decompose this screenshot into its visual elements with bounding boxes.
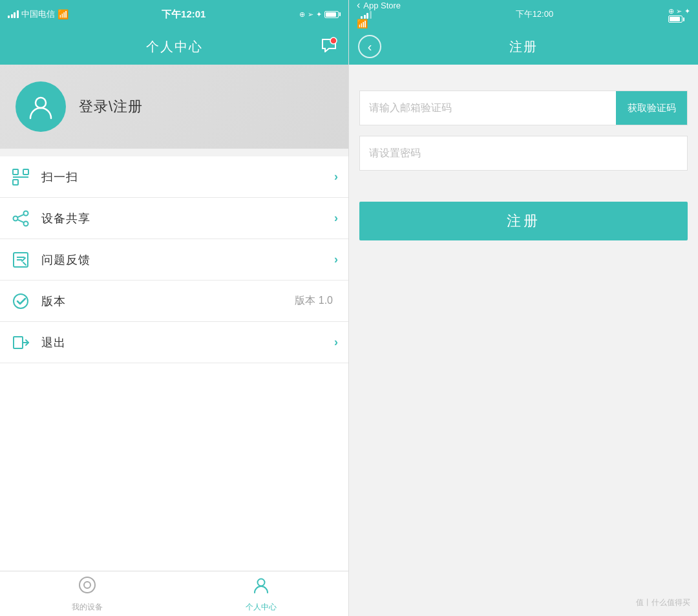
menu-item-logout[interactable]: 退出 ›: [0, 322, 348, 363]
password-input[interactable]: [360, 136, 687, 170]
right-phone: ‹ App Store 📶 下午12:00 ⊕ ➢ ✦ ‹: [349, 0, 698, 616]
left-phone: 中国电信 📶 下午12:01 ⊕ ➢ ✦ 个人中心: [0, 0, 349, 616]
share-chevron: ›: [334, 211, 338, 225]
devices-tab-icon: [78, 575, 97, 599]
svg-point-0: [330, 37, 337, 44]
feedback-icon: [8, 251, 34, 269]
svg-point-18: [79, 577, 95, 593]
share-icon: [8, 209, 34, 228]
register-page: 获取验证码 注册 值丨什么值得买: [349, 65, 698, 616]
svg-point-8: [24, 221, 28, 226]
carrier-label: 中国电信: [21, 8, 55, 20]
logout-chevron: ›: [334, 335, 338, 349]
bluetooth-icon: ✦: [316, 10, 322, 19]
share-label: 设备共享: [41, 211, 334, 226]
avatar: [16, 81, 66, 132]
version-value: 版本 1.0: [295, 294, 333, 308]
svg-point-1: [36, 98, 46, 108]
right-bluetooth-icon: ✦: [684, 7, 690, 15]
left-status-bar: 中国电信 📶 下午12:01 ⊕ ➢ ✦: [0, 0, 348, 28]
svg-rect-3: [23, 169, 28, 175]
tab-bar: 我的设备 个人中心: [0, 571, 348, 616]
left-nav-bar: 个人中心: [0, 28, 348, 65]
profile-tab-icon: [251, 575, 271, 599]
svg-point-20: [258, 579, 265, 586]
devices-tab-label: 我的设备: [72, 602, 103, 613]
register-button[interactable]: 注册: [359, 202, 688, 240]
email-code-input[interactable]: [360, 91, 616, 125]
right-nav-bar: ‹ 注册: [349, 28, 698, 65]
svg-point-7: [14, 216, 18, 220]
tab-profile[interactable]: 个人中心: [174, 575, 349, 613]
register-form: 获取验证码 注册: [349, 65, 698, 616]
right-time: 下午12:00: [516, 8, 554, 20]
right-nav-icon: ➢: [676, 7, 682, 15]
back-button[interactable]: ‹: [358, 35, 381, 58]
right-page-title: 注册: [509, 38, 538, 56]
right-status-left: ‹ App Store 📶: [357, 0, 401, 29]
menu-item-version: 版本 版本 1.0: [0, 281, 348, 322]
svg-rect-16: [14, 337, 23, 348]
left-page-title: 个人中心: [146, 38, 203, 56]
signal-bars-icon: [8, 10, 19, 18]
svg-line-9: [17, 214, 24, 217]
left-time: 下午12:01: [162, 8, 206, 21]
profile-name-label: 登录\注册: [79, 97, 143, 116]
scan-chevron: ›: [334, 170, 338, 184]
chat-icon[interactable]: [320, 37, 338, 56]
right-wifi-icon: 📶: [357, 19, 368, 29]
svg-point-6: [24, 211, 28, 215]
battery-icon: [324, 11, 341, 18]
watermark: 值丨什么值得买: [636, 597, 690, 608]
right-signal-bars-icon: [361, 11, 401, 19]
feedback-chevron: ›: [334, 253, 338, 266]
logout-icon: [8, 334, 34, 352]
location-icon: ⊕: [299, 10, 305, 19]
logout-label: 退出: [41, 335, 334, 350]
menu-list: 扫一扫 › 设备共享 ›: [0, 156, 348, 571]
wifi-icon: 📶: [58, 9, 69, 19]
right-location-icon: ⊕: [668, 7, 674, 15]
version-label: 版本: [41, 293, 295, 309]
svg-rect-2: [13, 169, 18, 175]
svg-line-10: [17, 219, 24, 222]
version-icon: [8, 292, 34, 310]
back-arrow-status: ‹: [357, 0, 360, 10]
feedback-label: 问题反馈: [41, 252, 334, 268]
svg-rect-4: [13, 180, 18, 185]
tab-devices[interactable]: 我的设备: [0, 575, 174, 613]
right-battery-icon: [668, 16, 690, 23]
right-status-bar: ‹ App Store 📶 下午12:00 ⊕ ➢ ✦: [349, 0, 698, 28]
password-row: [359, 136, 688, 171]
nav-icon: ➢: [308, 10, 313, 19]
menu-item-scan[interactable]: 扫一扫 ›: [0, 156, 348, 198]
profile-header[interactable]: 登录\注册: [0, 65, 348, 149]
scan-label: 扫一扫: [41, 169, 334, 185]
left-status-carrier: 中国电信 📶: [8, 8, 69, 20]
right-status-right: ⊕ ➢ ✦: [668, 6, 690, 23]
svg-point-15: [14, 294, 28, 308]
menu-item-feedback[interactable]: 问题反馈 ›: [0, 239, 348, 281]
get-code-button[interactable]: 获取验证码: [616, 91, 687, 125]
menu-item-share[interactable]: 设备共享 ›: [0, 198, 348, 239]
svg-point-19: [84, 582, 90, 588]
appstore-label: App Store: [363, 1, 401, 10]
profile-tab-label: 个人中心: [246, 602, 277, 613]
email-code-row: 获取验证码: [359, 90, 688, 125]
scan-icon: [8, 168, 34, 186]
left-status-right: ⊕ ➢ ✦: [299, 10, 341, 19]
